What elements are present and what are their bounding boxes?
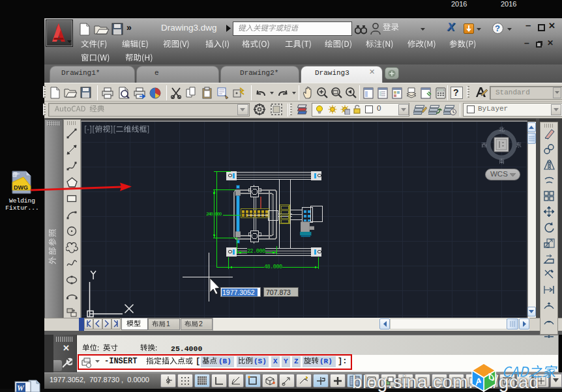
svg-text:W: W xyxy=(17,384,25,392)
svg-text:DWG: DWG xyxy=(14,184,28,191)
